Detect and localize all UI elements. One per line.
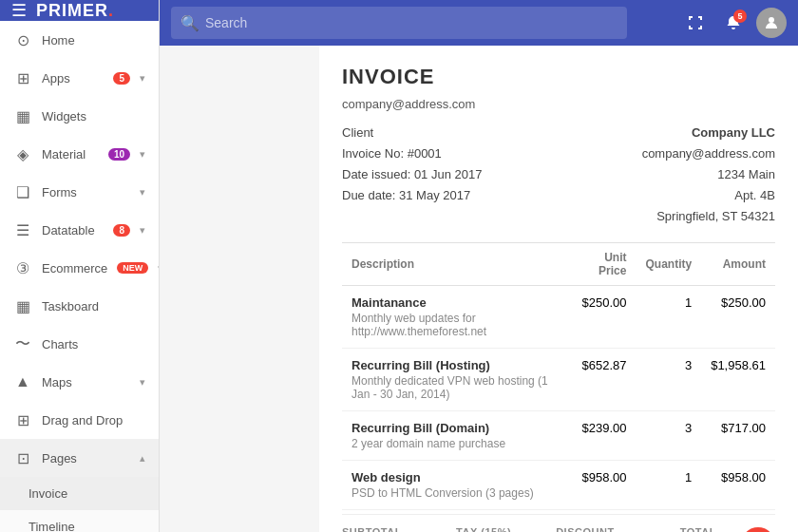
invoice-number: Invoice No: #0001: [342, 143, 482, 164]
item-description: Recurring Bill (Hosting) Monthly dedicat…: [342, 349, 568, 411]
item-name: Web design: [352, 470, 559, 484]
forms-icon: ❑: [13, 182, 32, 201]
invoice-meta-right: Company LLC company@address.com 1234 Mai…: [642, 123, 775, 227]
svg-point-0: [769, 17, 774, 23]
sidebar-item-apps[interactable]: ⊞ Apps 5 ▾: [0, 59, 159, 97]
item-name: Recurring Bill (Hosting): [352, 358, 559, 372]
invoice-footer: SUBTOTAL $3,633.61 TAX (15%) $545.04 DIS…: [342, 514, 775, 532]
sidebar-sub-label: Timeline: [28, 520, 145, 532]
apps-badge: 5: [113, 72, 130, 85]
subtotal-col: SUBTOTAL $3,633.61: [342, 526, 418, 532]
sidebar-item-drag-drop[interactable]: ⊞ Drag and Drop: [0, 401, 159, 439]
item-amount: $958.00: [701, 461, 775, 510]
fullscreen-button[interactable]: [680, 8, 711, 38]
ecommerce-badge: NEW: [117, 262, 148, 274]
tax-col: TAX (15%) $545.04: [456, 526, 518, 532]
item-desc: Monthly web updates for http://www.theme…: [352, 312, 559, 338]
sidebar-sub-label: Invoice: [28, 486, 145, 501]
item-amount: $250.00: [701, 286, 775, 349]
item-description: Recurring Bill (Domain) 2 year domain na…: [342, 411, 568, 461]
total-area: TOTAL $4,17...: [680, 526, 775, 532]
sidebar-item-label: Widgets: [42, 109, 145, 124]
widgets-icon: ▦: [13, 106, 32, 125]
company-address2: Apt. 4B: [642, 185, 775, 206]
search-input[interactable]: [205, 15, 618, 30]
company-city: Springfield, ST 54321: [642, 206, 775, 227]
ecommerce-icon: ③: [13, 258, 32, 277]
due-date-value: 31 May 2017: [399, 188, 470, 202]
sidebar-item-datatable[interactable]: ☰ Datatable 8 ▾: [0, 211, 159, 249]
invoice-date-issued: Date issued: 01 Jun 2017: [342, 164, 482, 185]
item-amount: $717.00: [701, 411, 775, 461]
pages-submenu: Invoice Timeline User: [0, 477, 159, 532]
topbar: 🔍 5: [160, 0, 798, 46]
item-quantity: 1: [636, 286, 701, 349]
sidebar: ☰ PRIMER. ⊙ Home ⊞ Apps 5 ▾ ▦ Widgets ◈ …: [0, 0, 160, 532]
invoice-no-value: #0001: [408, 146, 442, 161]
app-logo: PRIMER.: [36, 1, 114, 21]
item-desc: Monthly dedicated VPN web hosting (1 Jan…: [352, 374, 559, 401]
item-desc: 2 year domain name purchase: [352, 437, 559, 450]
sidebar-item-widgets[interactable]: ▦ Widgets: [0, 97, 159, 135]
item-unit-price: $652.87: [568, 349, 636, 411]
table-row: Recurring Bill (Hosting) Monthly dedicat…: [342, 349, 775, 411]
table-row: Recurring Bill (Domain) 2 year domain na…: [342, 411, 775, 461]
chevron-down-icon: ▾: [140, 224, 145, 237]
date-issued-label: Date issued:: [342, 167, 410, 181]
discount-col: DISCOUNT $0.00: [556, 526, 614, 532]
sidebar-item-ecommerce[interactable]: ③ Ecommerce NEW ▾: [0, 249, 159, 287]
sidebar-item-pages[interactable]: ⊡ Pages ▴: [0, 439, 159, 477]
total-label: TOTAL: [680, 526, 732, 532]
invoice-due-date: Due date: 31 May 2017: [342, 185, 482, 206]
company-email: company@address.com: [642, 143, 775, 164]
table-row: Maintanance Monthly web updates for http…: [342, 286, 775, 349]
item-desc: PSD to HTML Conversion (3 pages): [352, 486, 559, 500]
chevron-up-icon: ▴: [140, 452, 145, 465]
home-icon: ⊙: [13, 30, 32, 49]
col-unit-price: Unit Price: [568, 243, 636, 286]
sidebar-item-material[interactable]: ◈ Material 10 ▾: [0, 135, 159, 173]
company-name: Company LLC: [642, 123, 775, 143]
sidebar-sub-item-timeline[interactable]: Timeline: [0, 510, 159, 532]
sidebar-item-charts[interactable]: 〜 Charts: [0, 325, 159, 363]
invoice-table: Description Unit Price Quantity Amount M…: [342, 242, 775, 510]
main-content: INVOICE company@address.com Client Invoi…: [319, 46, 798, 532]
drag-drop-icon: ⊞: [13, 410, 32, 429]
invoice-meta: Client Invoice No: #0001 Date issued: 01…: [342, 123, 775, 227]
sidebar-sub-item-invoice[interactable]: Invoice: [0, 477, 159, 510]
item-name: Maintanance: [352, 295, 559, 310]
col-amount: Amount: [701, 243, 775, 286]
pages-icon: ⊡: [13, 448, 32, 467]
sidebar-item-taskboard[interactable]: ▦ Taskboard: [0, 287, 159, 325]
sidebar-item-label: Forms: [42, 185, 130, 200]
search-box[interactable]: 🔍: [171, 7, 627, 39]
apps-icon: ⊞: [13, 68, 32, 87]
sidebar-item-label: Material: [42, 147, 99, 162]
item-amount: $1,958.61: [701, 349, 775, 411]
sidebar-header: ☰ PRIMER.: [0, 0, 159, 21]
sidebar-item-label: Ecommerce: [42, 261, 107, 276]
chevron-down-icon: ▾: [158, 262, 160, 275]
search-icon: 🔍: [180, 14, 200, 32]
sidebar-item-home[interactable]: ⊙ Home: [0, 21, 159, 59]
taskboard-icon: ▦: [13, 296, 32, 315]
item-name: Recurring Bill (Domain): [352, 421, 559, 435]
sidebar-item-forms[interactable]: ❑ Forms ▾: [0, 173, 159, 211]
invoice-title: INVOICE: [342, 65, 775, 89]
sidebar-item-label: Home: [42, 33, 145, 48]
col-description: Description: [342, 243, 568, 286]
menu-icon[interactable]: ☰: [11, 0, 27, 21]
avatar[interactable]: [756, 8, 787, 38]
chevron-down-icon: ▾: [140, 376, 145, 389]
item-quantity: 1: [636, 461, 701, 510]
tax-label: TAX (15%): [456, 526, 518, 532]
company-address1: 1234 Main: [642, 164, 775, 185]
item-description: Maintanance Monthly web updates for http…: [342, 286, 568, 349]
settings-button[interactable]: [741, 527, 775, 532]
sidebar-item-maps[interactable]: ▲ Maps ▾: [0, 363, 159, 401]
item-unit-price: $239.00: [568, 411, 636, 461]
subtotal-label: SUBTOTAL: [342, 526, 418, 532]
material-icon: ◈: [13, 144, 32, 163]
notifications-button[interactable]: 5: [718, 8, 749, 38]
sidebar-item-label: Pages: [42, 451, 130, 466]
